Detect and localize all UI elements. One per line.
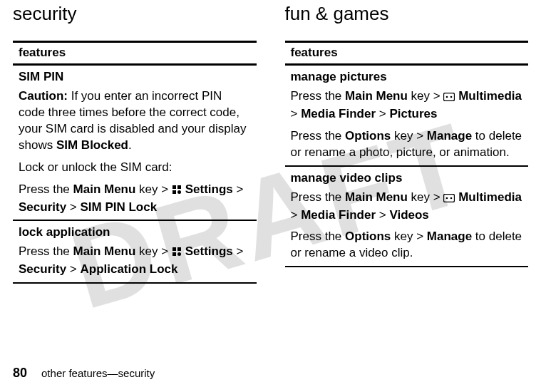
main-menu-label: Main Menu [345, 190, 408, 204]
page-content: security features SIM PIN Caution: If yo… [0, 0, 541, 284]
text: Press the [291, 229, 346, 243]
table-row: manage video clips Press the Main Menu k… [285, 166, 529, 267]
text: > [66, 262, 80, 276]
options-label: Options [345, 229, 391, 243]
sim-pin-path: Press the Main Menu key > Settings > Sec… [19, 182, 251, 216]
settings-icon [172, 245, 182, 262]
table-row: lock application Press the Main Menu key… [13, 220, 257, 283]
settings-label: Settings [182, 244, 233, 258]
svg-point-12 [446, 197, 448, 199]
multimedia-label: Multimedia [455, 89, 522, 103]
text: key > [391, 229, 427, 243]
manage-label: Manage [427, 229, 472, 243]
pictures-label: Pictures [389, 107, 437, 120]
security-heading: security [13, 3, 257, 25]
feature-title-manage-videos: manage video clips [291, 170, 523, 187]
feature-title-sim-pin: SIM PIN [19, 69, 251, 86]
text: > [376, 208, 389, 222]
svg-point-9 [446, 96, 448, 98]
pictures-manage: Press the Options key > Manage to delete… [291, 128, 523, 161]
pictures-path: Press the Main Menu key > Multimedia > M… [291, 88, 523, 123]
security-label: Security [19, 262, 66, 276]
media-finder-label: Media Finder [301, 107, 376, 120]
text: Press the [291, 129, 346, 143]
svg-point-10 [450, 96, 453, 98]
security-features-table: features SIM PIN Caution: If you enter a… [13, 41, 257, 284]
text: Press the [291, 89, 346, 103]
text: > [233, 244, 244, 258]
table-row: SIM PIN Caution: If you enter an incorre… [13, 64, 257, 220]
text: > [376, 107, 389, 120]
sim-pin-lock-label: SIM PIN Lock [80, 200, 157, 214]
features-header: features [285, 42, 529, 64]
text: > [291, 208, 302, 222]
svg-rect-11 [444, 194, 455, 202]
features-header: features [13, 42, 257, 64]
text: > [291, 107, 302, 120]
main-menu-label: Main Menu [73, 244, 136, 258]
text: key > [408, 190, 444, 204]
sim-blocked-label: SIM Blocked [56, 138, 128, 152]
svg-point-3 [177, 190, 181, 194]
period: . [128, 138, 132, 152]
text: key > [408, 89, 444, 103]
svg-rect-2 [172, 190, 176, 194]
multimedia-icon [443, 191, 455, 207]
multimedia-icon [443, 90, 455, 106]
fun-games-features-table: features manage pictures Press the Main … [285, 41, 529, 267]
videos-manage: Press the Options key > Manage to delete… [291, 229, 523, 262]
svg-rect-8 [444, 93, 455, 100]
security-label: Security [19, 200, 66, 214]
lock-unlock-text: Lock or unlock the SIM card: [19, 160, 251, 176]
footer-breadcrumb: other features—security [41, 367, 155, 379]
text: Press the [19, 182, 73, 196]
text: Press the [291, 190, 346, 204]
feature-title-manage-pictures: manage pictures [291, 69, 523, 86]
settings-icon [172, 183, 182, 200]
left-column: security features SIM PIN Caution: If yo… [13, 3, 257, 284]
svg-point-13 [450, 197, 453, 199]
application-lock-label: Application Lock [80, 262, 177, 276]
svg-rect-6 [172, 252, 176, 256]
feature-title-lock-app: lock application [19, 225, 251, 241]
main-menu-label: Main Menu [73, 182, 136, 196]
main-menu-label: Main Menu [345, 89, 408, 103]
manage-label: Manage [427, 129, 472, 143]
options-label: Options [345, 129, 391, 143]
page-number: 80 [13, 366, 27, 380]
fun-games-heading: fun & games [285, 3, 529, 25]
svg-rect-1 [177, 185, 181, 189]
multimedia-label: Multimedia [455, 190, 522, 204]
settings-label: Settings [182, 182, 233, 196]
videos-path: Press the Main Menu key > Multimedia > M… [291, 190, 523, 224]
media-finder-label: Media Finder [301, 208, 376, 222]
text: key > [391, 129, 427, 143]
caution-label: Caution: [19, 89, 68, 103]
text: > [66, 200, 80, 214]
svg-rect-5 [177, 247, 181, 251]
text: key > [135, 182, 172, 196]
page-footer: 80other features—security [13, 366, 155, 381]
text: Press the [19, 244, 73, 258]
videos-label: Videos [389, 208, 428, 222]
table-row: manage pictures Press the Main Menu key … [285, 64, 529, 165]
svg-point-7 [177, 252, 181, 256]
svg-rect-4 [172, 247, 176, 251]
lock-app-path: Press the Main Menu key > Settings > Sec… [19, 244, 251, 278]
text: key > [135, 244, 172, 258]
caution-paragraph: Caution: If you enter an incorrect PIN c… [19, 88, 251, 154]
right-column: fun & games features manage pictures Pre… [285, 3, 529, 284]
svg-rect-0 [172, 185, 176, 189]
text: > [233, 182, 244, 196]
